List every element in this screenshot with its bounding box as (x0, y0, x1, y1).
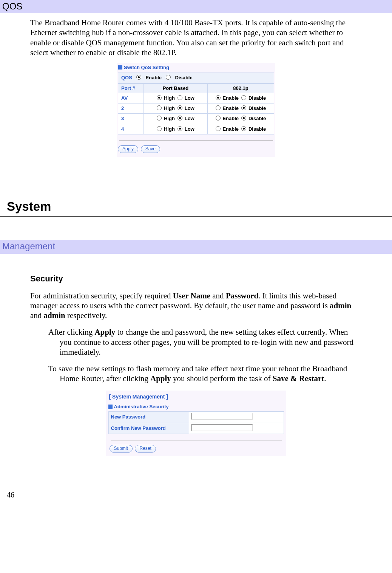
col-8021p: 802.1p (208, 83, 274, 93)
new-password-label: New Password (108, 412, 189, 423)
port-cell: 4 (118, 124, 144, 134)
qos-panel-title: Switch QoS Setting (117, 63, 275, 73)
qos-disable-radio[interactable] (166, 75, 171, 80)
col-port: Port # (118, 83, 144, 93)
reset-button[interactable]: Reset (135, 445, 156, 453)
qos-disable-label: Disable (175, 75, 192, 80)
bold-apply: Apply (150, 374, 171, 383)
enable-radio[interactable] (216, 116, 221, 120)
high-radio[interactable] (157, 126, 162, 131)
low-radio[interactable] (177, 105, 182, 110)
bold-save-restart: Save & Restart (273, 374, 324, 383)
enable-label: Enable (222, 95, 239, 101)
system-rule (0, 216, 392, 217)
disable-label: Disable (248, 95, 266, 101)
security-heading: Security (30, 273, 362, 284)
port-cell: 2 (118, 103, 144, 114)
low-radio[interactable] (177, 126, 182, 131)
disable-label: Disable (248, 105, 266, 111)
square-icon (118, 65, 122, 70)
submit-button[interactable]: Submit (110, 445, 133, 453)
note-2: To save the new settings to flash memory… (48, 364, 362, 384)
enable-label: Enable (222, 126, 239, 132)
t: For administration security, specify req… (30, 291, 173, 300)
dot1p-cell: Enable Disable (208, 114, 274, 124)
table-row: AV High Low Enable Disable (118, 93, 274, 103)
enable-label: Enable (222, 105, 239, 111)
t: and (30, 311, 44, 320)
sys-panel-head: [ System Management ] (108, 393, 284, 404)
portbased-cell: High Low (144, 124, 208, 134)
portbased-cell: High Low (144, 93, 208, 103)
high-label: High (164, 105, 175, 111)
qos-enable-label: Enable (145, 75, 162, 80)
security-para: For administration security, specify req… (30, 291, 362, 321)
bold-password: Password (226, 291, 258, 300)
disable-radio[interactable] (241, 105, 246, 110)
low-radio[interactable] (177, 116, 182, 120)
high-label: High (164, 95, 175, 101)
disable-radio[interactable] (241, 116, 246, 120)
qos-enable-row: QOS Enable Disable (118, 73, 274, 83)
enable-radio[interactable] (216, 105, 221, 110)
low-label: Low (185, 95, 194, 101)
system-management-panel: [ System Management ] Administrative Sec… (106, 391, 286, 456)
disable-label: Disable (248, 126, 266, 132)
portbased-cell: High Low (144, 114, 208, 124)
enable-radio[interactable] (216, 95, 221, 100)
confirm-password-cell (189, 423, 284, 434)
qos-section-header: QOS (0, 0, 392, 13)
enable-radio[interactable] (216, 126, 221, 131)
t: After clicking (48, 327, 94, 337)
table-row: 2 High Low Enable Disable (118, 103, 274, 114)
low-label: Low (185, 126, 194, 132)
new-password-input[interactable] (191, 413, 253, 420)
disable-radio[interactable] (241, 126, 246, 131)
high-radio[interactable] (157, 105, 162, 110)
confirm-password-label: Confirm New Password (108, 423, 189, 434)
low-radio[interactable] (177, 95, 182, 100)
apply-button[interactable]: Apply (118, 145, 138, 153)
system-heading: System (7, 199, 392, 214)
admin-security-title-text: Administrative Security (114, 404, 169, 409)
note-1: After clicking Apply to change the and p… (48, 327, 362, 357)
save-button[interactable]: Save (141, 145, 160, 153)
table-row: 4 High Low Enable Disable (118, 124, 274, 134)
bold-admin: admin (44, 311, 65, 320)
bold-username: User Name (173, 291, 210, 300)
high-label: High (164, 126, 175, 132)
divider (111, 440, 282, 440)
qos-enable-radio[interactable] (136, 75, 141, 80)
dot1p-cell: Enable Disable (208, 93, 274, 103)
high-label: High (164, 116, 175, 121)
bold-admin: admin (330, 301, 351, 310)
admin-security-title: Administrative Security (108, 404, 284, 411)
confirm-password-input[interactable] (191, 424, 253, 431)
port-cell: 3 (118, 114, 144, 124)
qos-table: Port # Port Based 802.1p AV High Low Ena… (118, 83, 274, 134)
dot1p-cell: Enable Disable (208, 124, 274, 134)
high-radio[interactable] (157, 95, 162, 100)
management-heading: Management (0, 240, 392, 254)
high-radio[interactable] (157, 116, 162, 120)
low-label: Low (185, 105, 194, 111)
qos-label: QOS (121, 75, 132, 80)
page-number: 46 (7, 490, 392, 500)
disable-radio[interactable] (241, 95, 246, 100)
new-password-cell (189, 412, 284, 423)
dot1p-cell: Enable Disable (208, 103, 274, 114)
low-label: Low (185, 116, 194, 121)
disable-label: Disable (248, 116, 266, 121)
qos-intro: The Broadband Home Router comes with 4 1… (30, 18, 362, 57)
qos-panel-title-text: Switch QoS Setting (124, 65, 169, 70)
divider (119, 141, 273, 141)
admin-security-table: New Password Confirm New Password (108, 411, 284, 434)
bold-apply: Apply (94, 327, 115, 337)
col-portbased: Port Based (144, 83, 208, 93)
portbased-cell: High Low (144, 103, 208, 114)
square-icon (108, 405, 113, 409)
t: you should perform the task of (171, 374, 273, 383)
port-cell: AV (118, 93, 144, 103)
t: respectively. (65, 311, 107, 320)
table-row: 3 High Low Enable Disable (118, 114, 274, 124)
